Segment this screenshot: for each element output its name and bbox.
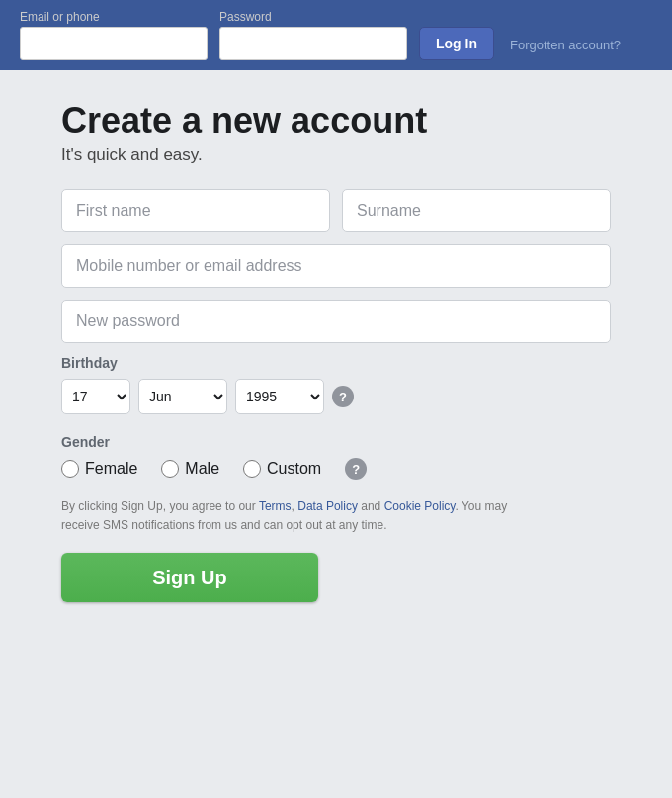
terms-text-2: and	[358, 499, 384, 513]
gender-female-label: Female	[85, 460, 137, 478]
main-content: Create a new account It's quick and easy…	[0, 70, 672, 642]
email-field-group: Email or phone	[20, 10, 208, 60]
gender-custom-radio[interactable]	[243, 460, 261, 478]
terms-link[interactable]: Terms	[259, 499, 292, 513]
email-input[interactable]	[20, 27, 208, 60]
gender-male-option[interactable]: Male	[161, 460, 219, 478]
terms-text-1: By clicking Sign Up, you agree to our	[61, 499, 259, 513]
birthday-row: 17 Jan Feb Mar Apr May Jun Jul Aug Sep O…	[61, 379, 611, 414]
signup-button[interactable]: Sign Up	[61, 553, 318, 602]
terms-text: By clicking Sign Up, you agree to our Te…	[61, 497, 546, 535]
gender-label: Gender	[61, 434, 611, 450]
password-input[interactable]	[219, 27, 407, 60]
login-button[interactable]: Log In	[419, 27, 494, 60]
surname-input[interactable]	[342, 189, 611, 232]
gender-female-option[interactable]: Female	[61, 460, 137, 478]
gender-custom-option[interactable]: Custom	[243, 460, 321, 478]
email-label: Email or phone	[20, 10, 208, 24]
birthday-help-icon[interactable]: ?	[332, 386, 354, 407]
mobile-email-input[interactable]	[61, 244, 611, 288]
first-name-input[interactable]	[61, 189, 330, 232]
gender-help-icon[interactable]: ?	[345, 458, 367, 480]
gender-male-label: Male	[185, 460, 219, 478]
name-row	[61, 189, 611, 232]
gender-female-radio[interactable]	[61, 460, 79, 478]
birthday-month-select[interactable]: Jan Feb Mar Apr May Jun Jul Aug Sep Oct …	[138, 379, 227, 414]
birthday-label: Birthday	[61, 355, 611, 371]
gender-section: Gender Female Male Custom ?	[61, 434, 611, 480]
birthday-year-select[interactable]: 1995	[235, 379, 324, 414]
forgotten-link[interactable]: Forgotten account?	[510, 38, 621, 52]
password-field-group: Password	[219, 10, 407, 60]
new-password-input[interactable]	[61, 300, 611, 343]
page-title: Create a new account	[61, 100, 611, 141]
gender-male-radio[interactable]	[161, 460, 179, 478]
birthday-day-select[interactable]: 17	[61, 379, 130, 414]
password-label: Password	[219, 10, 407, 24]
page-subtitle: It's quick and easy.	[61, 145, 611, 165]
signup-form: Birthday 17 Jan Feb Mar Apr May Jun Jul …	[61, 189, 611, 602]
gender-custom-label: Custom	[267, 460, 321, 478]
gender-options: Female Male Custom ?	[61, 458, 611, 480]
data-policy-link[interactable]: Data Policy	[297, 499, 358, 513]
cookie-policy-link[interactable]: Cookie Policy	[384, 499, 456, 513]
top-nav: Email or phone Password Log In Forgotten…	[0, 0, 672, 70]
birthday-section: Birthday 17 Jan Feb Mar Apr May Jun Jul …	[61, 355, 611, 414]
